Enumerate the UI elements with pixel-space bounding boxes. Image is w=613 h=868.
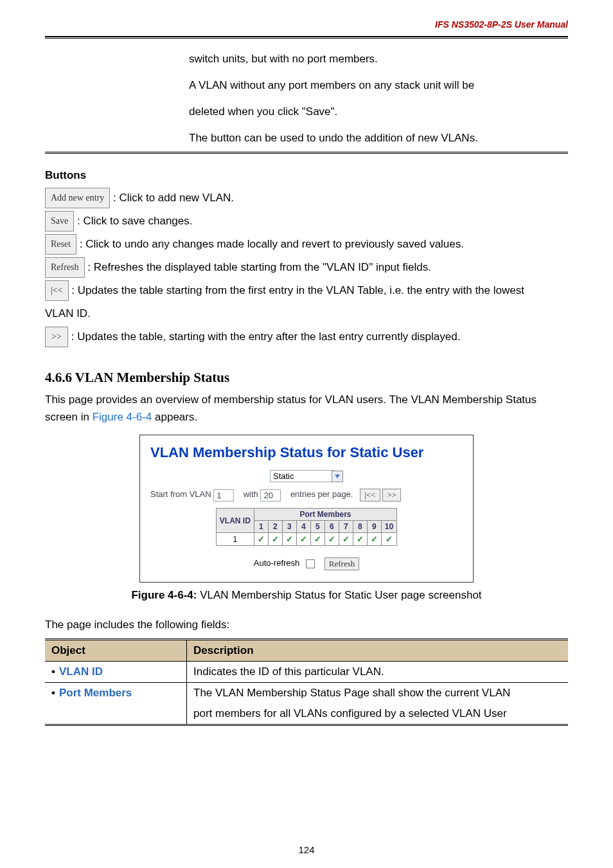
with-label: with bbox=[244, 490, 261, 500]
table-row: 1 ✓ ✓ ✓ ✓ ✓ ✓ ✓ ✓ ✓ ✓ bbox=[216, 533, 396, 546]
port-col-6: 6 bbox=[324, 521, 339, 533]
auto-refresh-checkbox[interactable] bbox=[306, 559, 315, 568]
fields-table: Object Description •VLAN ID Indicates th… bbox=[45, 638, 568, 726]
section-intro-line2c: appears. bbox=[152, 411, 197, 423]
fields-header-description: Description bbox=[187, 640, 569, 662]
auto-refresh-label: Auto-refresh bbox=[254, 559, 300, 568]
start-from-vlan-label: Start from VLAN bbox=[150, 490, 213, 500]
check-icon: ✓ bbox=[339, 533, 353, 546]
top-description-table: switch units, but with no port members. … bbox=[45, 46, 568, 152]
port-col-8: 8 bbox=[353, 521, 367, 533]
first-page-button[interactable]: |<< bbox=[45, 280, 69, 301]
start-vlan-input[interactable]: 1 bbox=[213, 489, 234, 502]
desc-port-members-l1: The VLAN Membership Status Page shall sh… bbox=[187, 683, 569, 704]
fields-header-object: Object bbox=[45, 640, 187, 662]
check-icon: ✓ bbox=[254, 533, 268, 546]
reset-text: : Click to undo any changes made locally… bbox=[80, 238, 464, 250]
figure-caption-text: VLAN Membership Status for Static User p… bbox=[197, 589, 481, 601]
object-vlan-id: VLAN ID bbox=[59, 665, 103, 678]
check-icon: ✓ bbox=[381, 533, 396, 546]
port-members-table: VLAN ID Port Members 1 2 3 4 5 6 7 8 9 1… bbox=[216, 508, 397, 546]
port-col-1: 1 bbox=[254, 521, 268, 533]
check-icon: ✓ bbox=[310, 533, 324, 546]
bullet-icon: • bbox=[51, 687, 55, 699]
add-new-entry-text: : Click to add new VLAN. bbox=[113, 192, 234, 204]
user-selector[interactable]: Static bbox=[270, 470, 334, 482]
figure-caption-label: Figure 4-6-4: bbox=[131, 589, 197, 601]
figure-title: VLAN Membership Status for Static User bbox=[150, 444, 463, 461]
top-desc-line: switch units, but with no port members. bbox=[184, 46, 568, 73]
figure-panel: VLAN Membership Status for Static User S… bbox=[139, 435, 474, 583]
first-page-text: : Updates the table starting from the fi… bbox=[71, 284, 524, 296]
next-page-button[interactable]: >> bbox=[45, 327, 68, 347]
next-page-text: : Updates the table, starting with the e… bbox=[71, 330, 461, 343]
section-heading: 4.6.6 VLAN Membership Status bbox=[45, 370, 568, 386]
check-icon: ✓ bbox=[353, 533, 367, 546]
save-text: : Click to save changes. bbox=[77, 215, 193, 227]
top-desc-line: deleted when you click "Save". bbox=[184, 99, 568, 125]
port-col-3: 3 bbox=[282, 521, 296, 533]
port-col-7: 7 bbox=[339, 521, 353, 533]
top-table-bottom-rule bbox=[45, 152, 568, 154]
figure-refresh-button[interactable]: Refresh bbox=[324, 557, 359, 570]
object-port-members: Port Members bbox=[59, 687, 132, 699]
svg-marker-0 bbox=[335, 475, 340, 478]
add-new-entry-button[interactable]: Add new entry bbox=[45, 188, 110, 208]
refresh-text: : Refreshes the displayed table starting… bbox=[87, 261, 431, 273]
check-icon: ✓ bbox=[268, 533, 282, 546]
page-number: 124 bbox=[0, 844, 613, 855]
doc-header: IFS NS3502-8P-2S User Manual bbox=[45, 19, 568, 32]
section-intro-line1: This page provides an overview of member… bbox=[45, 391, 568, 408]
table-row: •Port Members The VLAN Membership Status… bbox=[45, 683, 568, 704]
figure-ref-link: Figure 4-6-4 bbox=[93, 411, 152, 423]
port-col-5: 5 bbox=[310, 521, 324, 533]
reset-button[interactable]: Reset bbox=[45, 234, 76, 255]
port-col-9: 9 bbox=[367, 521, 381, 533]
refresh-button[interactable]: Refresh bbox=[45, 257, 85, 278]
row-vlan-id: 1 bbox=[216, 533, 254, 546]
top-desc-line: A VLAN without any port members on any s… bbox=[184, 73, 568, 99]
port-col-2: 2 bbox=[268, 521, 282, 533]
figure-next-button[interactable]: >> bbox=[382, 489, 401, 502]
figure-first-button[interactable]: |<< bbox=[360, 489, 380, 502]
section-intro-line2a: screen in bbox=[45, 411, 93, 423]
vlan-id-line: VLAN ID. bbox=[45, 303, 568, 325]
top-desc-line: The button can be used to undo the addit… bbox=[184, 125, 568, 152]
vlan-id-header: VLAN ID bbox=[216, 509, 254, 533]
desc-vlan-id: Indicates the ID of this particular VLAN… bbox=[187, 662, 569, 683]
buttons-heading: Buttons bbox=[45, 169, 568, 182]
check-icon: ✓ bbox=[296, 533, 310, 546]
bullet-icon: • bbox=[51, 665, 55, 678]
desc-port-members-l2: port members for all VLANs configured by… bbox=[187, 703, 569, 725]
save-button[interactable]: Save bbox=[45, 211, 74, 231]
fields-intro: The page includes the following fields: bbox=[45, 616, 568, 633]
check-icon: ✓ bbox=[324, 533, 339, 546]
check-icon: ✓ bbox=[367, 533, 381, 546]
top-table-top-rule bbox=[45, 37, 568, 39]
chevron-down-icon[interactable] bbox=[332, 471, 343, 482]
entries-per-page-input[interactable]: 20 bbox=[260, 489, 281, 502]
table-row: •VLAN ID Indicates the ID of this partic… bbox=[45, 662, 568, 683]
port-col-10: 10 bbox=[381, 521, 396, 533]
port-col-4: 4 bbox=[296, 521, 310, 533]
entries-per-page-label: entries per page. bbox=[290, 490, 353, 500]
port-members-header: Port Members bbox=[254, 509, 396, 521]
check-icon: ✓ bbox=[282, 533, 296, 546]
